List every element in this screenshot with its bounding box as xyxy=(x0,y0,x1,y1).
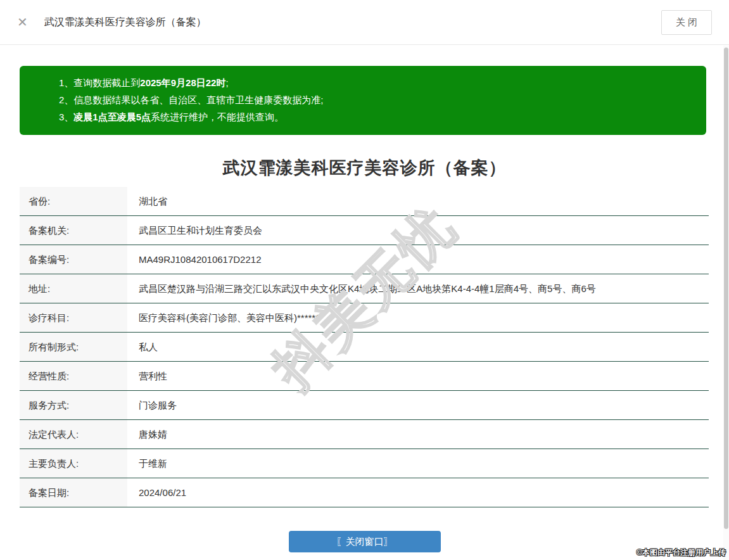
close-window-button[interactable]: 〖关闭窗口〗 xyxy=(289,531,441,552)
close-x-icon[interactable]: ✕ xyxy=(17,16,28,29)
row-label: 备案日期: xyxy=(20,478,127,507)
row-value: MA49RJ10842010617D2212 xyxy=(127,245,709,274)
table-row-province: 省份: 湖北省 xyxy=(20,187,709,216)
scrollbar-thumb[interactable] xyxy=(724,48,728,529)
row-label: 备案编号: xyxy=(20,245,127,274)
row-label: 备案机关: xyxy=(20,216,127,245)
row-value: 医疗美容科(美容门诊部、美容中医科)****** xyxy=(127,303,709,332)
notice-text: 2、信息数据结果以各省、自治区、直辖市卫生健康委数据为准; xyxy=(59,94,324,105)
top-bar: ✕ 武汉霏漾美科医疗美容诊所（备案） 关 闭 xyxy=(0,0,729,45)
table-row-address: 地址: 武昌区楚汉路与沿湖三路交汇以东武汉中央文化区K4地块二期二区A地块第K4… xyxy=(20,274,709,303)
close-button[interactable]: 关 闭 xyxy=(661,10,712,35)
table-row-main-person-in-charge: 主要负责人: 于维新 xyxy=(20,449,709,478)
notice-text: 系统进行维护，不能提供查询。 xyxy=(151,111,284,122)
row-value: 门诊服务 xyxy=(127,391,709,419)
row-value: 2024/06/21 xyxy=(127,478,709,507)
table-row-service-mode: 服务方式: 门诊服务 xyxy=(20,391,709,420)
table-row-business-nature: 经营性质: 营利性 xyxy=(20,362,709,391)
notice-bold-text: 2025年9月28日22时 xyxy=(140,77,225,88)
row-label: 法定代表人: xyxy=(20,420,127,449)
notice-item-2: 2、信息数据结果以各省、自治区、直辖市卫生健康委数据为准; xyxy=(59,91,694,108)
window-title: 武汉霏漾美科医疗美容诊所（备案） xyxy=(44,16,206,29)
table-row-filing-number: 备案编号: MA49RJ10842010617D2212 xyxy=(20,245,709,274)
table-row-legal-representative: 法定代表人: 唐姝婧 xyxy=(20,420,709,449)
notice-bold-text: 凌晨1点至凌晨5点 xyxy=(73,111,151,122)
notice-text: ; xyxy=(225,77,228,88)
detail-table: 省份: 湖北省 备案机关: 武昌区卫生和计划生育委员会 备案编号: MA49RJ… xyxy=(20,187,709,507)
table-row-filing-date: 备案日期: 2024/06/21 xyxy=(20,478,709,507)
table-row-medical-subjects: 诊疗科目: 医疗美容科(美容门诊部、美容中医科)****** xyxy=(20,303,709,333)
row-label: 主要负责人: xyxy=(20,449,127,478)
page-title: 武汉霏漾美科医疗美容诊所（备案） xyxy=(0,156,729,179)
row-label: 所有制形式: xyxy=(20,333,127,361)
row-label: 省份: xyxy=(20,187,127,215)
row-label: 经营性质: xyxy=(20,362,127,390)
row-value: 营利性 xyxy=(127,362,709,390)
scrollbar[interactable] xyxy=(723,46,729,560)
notice-box: 1、查询数据截止到2025年9月28日22时; 2、信息数据结果以各省、自治区、… xyxy=(20,66,706,135)
row-label: 诊疗科目: xyxy=(20,303,127,332)
row-label: 地址: xyxy=(20,274,127,303)
table-row-ownership: 所有制形式: 私人 xyxy=(20,333,709,362)
row-value: 湖北省 xyxy=(127,187,709,215)
notice-item-1: 1、查询数据截止到2025年9月28日22时; xyxy=(59,74,694,91)
row-value: 唐姝婧 xyxy=(127,420,709,449)
row-value: 私人 xyxy=(127,333,709,361)
row-value: 武昌区卫生和计划生育委员会 xyxy=(127,216,709,245)
notice-item-3: 3、凌晨1点至凌晨5点系统进行维护，不能提供查询。 xyxy=(59,108,694,125)
row-value: 于维新 xyxy=(127,449,709,478)
notice-text: 1、查询数据截止到 xyxy=(59,77,140,88)
credit-text: ©本图由平台注册用户上传 xyxy=(637,547,726,558)
row-value: 武昌区楚汉路与沿湖三路交汇以东武汉中央文化区K4地块二期二区A地块第K4-4-4… xyxy=(127,274,709,303)
notice-text: 3、 xyxy=(59,111,73,122)
table-row-filing-authority: 备案机关: 武昌区卫生和计划生育委员会 xyxy=(20,216,709,245)
row-label: 服务方式: xyxy=(20,391,127,419)
